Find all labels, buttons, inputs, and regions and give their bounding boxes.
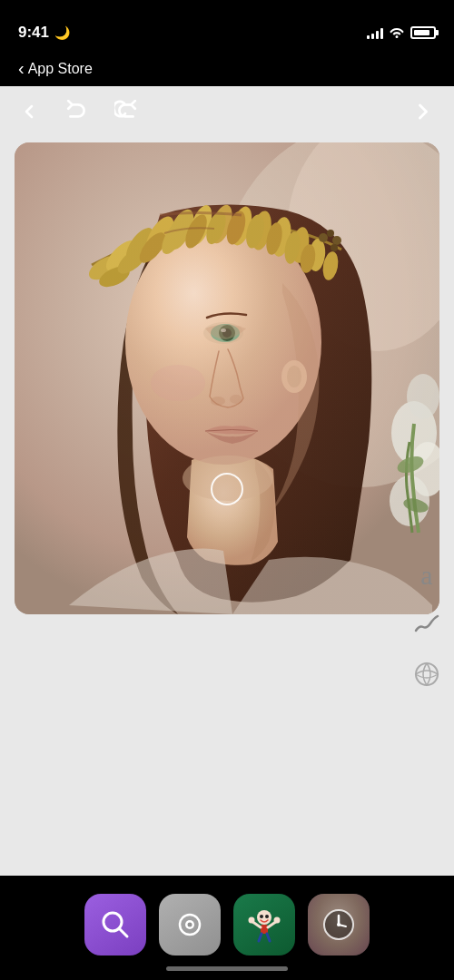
canvas-area[interactable] — [15, 142, 439, 614]
text-tool-icon: a — [420, 560, 432, 590]
moon-icon: 🌙 — [54, 25, 70, 40]
dock-apps — [84, 885, 370, 963]
painting-svg — [15, 142, 439, 614]
toolbar — [0, 86, 454, 142]
svg-point-60 — [249, 917, 255, 924]
search-app-icon — [98, 907, 133, 942]
globe-tool-button[interactable] — [412, 660, 441, 692]
text-tool-button[interactable]: a — [412, 560, 441, 591]
bottom-dock — [0, 885, 454, 980]
chevron-left-icon: ‹ — [18, 58, 25, 79]
back-arrow-button[interactable] — [15, 97, 44, 132]
brush-tool-icon — [412, 609, 441, 638]
signal-bars — [367, 26, 383, 39]
camera-app-icon — [173, 907, 207, 942]
svg-point-58 — [265, 915, 269, 918]
redo-button[interactable] — [111, 96, 142, 132]
svg-rect-59 — [261, 925, 268, 934]
dock-app-puppet[interactable] — [233, 894, 295, 956]
cursor-circle[interactable] — [211, 473, 243, 505]
signal-bar-2 — [371, 34, 374, 39]
back-label: App Store — [28, 61, 93, 77]
nav-bar: ‹ App Store — [0, 54, 454, 86]
wifi-icon — [389, 25, 405, 41]
main-content: a — [0, 86, 454, 876]
signal-bar-4 — [380, 28, 383, 39]
signal-bar-1 — [367, 35, 370, 39]
dock-app-camera[interactable] — [159, 894, 221, 956]
svg-point-65 — [337, 923, 340, 926]
right-tools: a — [412, 560, 441, 692]
status-time: 9:41 🌙 — [18, 24, 70, 42]
globe-tool-icon — [412, 660, 441, 689]
svg-point-61 — [274, 917, 281, 924]
forward-arrow-button[interactable] — [407, 95, 439, 133]
status-bar: 9:41 🌙 — [0, 0, 454, 54]
home-indicator — [166, 966, 288, 971]
battery-icon — [410, 26, 436, 39]
puppet-app-icon — [244, 905, 284, 945]
clock-app-icon — [319, 905, 359, 945]
svg-line-52 — [119, 928, 127, 936]
status-icons — [367, 25, 436, 41]
svg-rect-49 — [15, 142, 439, 614]
dock-app-search[interactable] — [84, 894, 146, 956]
svg-point-55 — [188, 923, 192, 927]
battery-fill — [414, 30, 429, 35]
back-button[interactable]: ‹ App Store — [18, 58, 93, 79]
time-text: 9:41 — [18, 24, 49, 42]
svg-point-57 — [260, 915, 263, 918]
svg-point-50 — [416, 663, 438, 685]
undo-button[interactable] — [62, 96, 93, 132]
signal-bar-3 — [376, 31, 379, 39]
toolbar-left — [15, 96, 142, 132]
dock-app-clock[interactable] — [308, 894, 370, 956]
brush-tool-button[interactable] — [412, 609, 441, 642]
